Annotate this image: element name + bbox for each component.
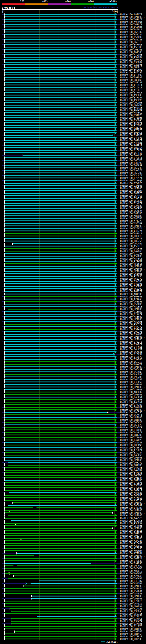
alignment-row[interactable]: UniRef100_Q2KKZ6 [0,615,146,618]
alignment-row[interactable]: UniRef100_Q4GXS3 [0,441,146,444]
alignment-row[interactable]: UniRef100_A8P8C1 [0,258,146,260]
hit-label[interactable]: UniRef100_B6YU62 [120,605,142,608]
alignment-row[interactable]: UniRef100_Q4PM11 [0,346,146,348]
hit-label[interactable]: UniRef100_B4NID2 [120,469,142,472]
alignment-row[interactable]: UniRef100_Q4GXS0 [0,454,146,456]
alignment-row[interactable]: UniRef100_C9ZJT0 [0,534,146,537]
alignment-row[interactable]: UniRef100_C5P187 [0,81,146,84]
alignment-row[interactable]: UniRef100_UPI000.. [0,270,146,272]
hit-label[interactable]: UniRef100_C1C290 [120,252,142,255]
hit-label[interactable]: UniRef100_Q4GXS0 [120,454,142,456]
alignment-row[interactable]: UniRef100_Q4GXS1 [0,396,146,398]
alignment-row[interactable]: UniRef100_Q8TV08 [0,628,146,630]
hit-label[interactable]: UniRef100_Q5JGJ4 [120,590,142,592]
hit-label[interactable]: UniRef100_Q69UI1 [120,23,142,26]
alignment-row[interactable]: UniRef100_C5E2U9 [0,222,146,225]
hit-label[interactable]: UniRef100_A8E6B2 [120,316,142,318]
hit-label[interactable]: UniRef100_B4JAL1 [120,489,142,492]
hit-label[interactable]: UniRef100_B8C0K5 [120,79,142,81]
hit-label[interactable]: UniRef100_C8Z4Y3 [120,237,142,240]
alignment-row[interactable]: UniRef100_Q09JP3 [0,330,146,333]
alignment-row[interactable]: UniRef100_Q750I1 [0,157,146,159]
hit-label[interactable]: UniRef100_Q01GC1 [120,139,142,142]
alignment-row[interactable]: UniRef100_B1L6T6 [0,625,146,628]
hit-label[interactable]: UniRef100_C5E027 [120,200,142,202]
hit-label[interactable]: UniRef100_A9UPS7 [120,522,142,524]
alignment-row[interactable]: UniRef100_Q6BL90 [0,300,146,303]
hit-label[interactable]: UniRef100_Q4GWZ3 [120,486,142,489]
alignment-row[interactable]: UniRef100_B2WCZ9 [0,202,146,205]
hit-label[interactable]: UniRef100_C0H779 [120,462,142,464]
alignment-row[interactable]: UniRef100_Q0CIM6 [0,102,146,104]
alignment-row[interactable]: UniRef100_B8MWP5 [0,122,146,124]
alignment-row[interactable]: UniRef100_A2QMQ6 [0,124,146,126]
hit-label[interactable]: UniRef100_A4RFG9 [120,112,142,114]
alignment-row[interactable]: UniRef100_Q69UI1 [0,23,146,26]
hit-label[interactable]: UniRef100_Q8TS56 [120,633,142,635]
alignment-row[interactable]: UniRef100_B7FMC8 [0,92,146,94]
hit-label[interactable]: UniRef100_Q8TV08 [120,628,142,630]
alignment-row[interactable]: UniRef100_UPI000.. [0,383,146,386]
hit-label[interactable]: UniRef100_C5GD45 [120,119,142,122]
hit-label[interactable]: UniRef100_UPI000.. [120,336,145,338]
alignment-row[interactable]: UniRef100_B0EC47 [0,504,146,507]
hit-label[interactable]: UniRef100_Q7SDH0 [120,116,142,119]
hit-label[interactable]: UniRef100_Q6EUZ1 [120,530,142,532]
alignment-row[interactable]: UniRef100_Q4YPP5 [0,439,146,441]
hit-label[interactable]: UniRef100_UPI000.. [120,16,145,18]
alignment-row[interactable]: UniRef100_A2IAA0 [0,298,146,300]
alignment-row[interactable]: UniRef100_A2D9L2 [0,544,146,547]
alignment-row[interactable]: UniRef100_A4RFG9 [0,112,146,114]
alignment-row[interactable]: UniRef100_UPI000.. [0,512,146,514]
alignment-row[interactable]: UniRef100_B3LGK6 [0,520,146,522]
hit-label[interactable]: UniRef100_Q6EUZ0 [120,424,142,426]
alignment-row[interactable]: UniRef100_B0YCP0 [0,154,146,157]
hit-label[interactable]: UniRef100_P78571 [120,177,142,179]
hit-label[interactable]: UniRef100_UPI000.. [120,338,145,340]
alignment-row[interactable]: UniRef100_Q9WVH0 [0,333,146,336]
hit-label[interactable]: UniRef100_C4QMW0 [120,474,142,476]
hit-label[interactable]: UniRef100_B6A9J9 [120,164,142,167]
alignment-row[interactable]: UniRef100_UPI000.. [0,268,146,270]
hit-label[interactable]: UniRef100_Q6ZL24 [120,210,142,212]
hit-label[interactable]: UniRef100_C1ECE1 [120,149,142,152]
hit-label[interactable]: UniRef100_B4FNG6 [120,44,142,46]
hit-label[interactable]: UniRef100_A9PE08 [120,94,142,96]
hit-label[interactable]: UniRef100_Q6F459 [120,368,142,371]
alignment-row[interactable]: UniRef100_B9FYS5 [0,565,146,567]
alignment-row[interactable]: UniRef100_Q2H5U6 [0,184,146,187]
alignment-row[interactable]: UniRef100_C3MWZ4 [0,620,146,622]
hit-label[interactable]: UniRef100_UPI000.. [120,502,145,504]
alignment-row[interactable]: UniRef100_A3LUZ2 [0,174,146,177]
hit-label[interactable]: UniRef100_B3L734 [120,452,142,454]
alignment-row[interactable]: UniRef100_A7TN64 [0,552,146,555]
hit-label[interactable]: UniRef100_Q8GZE3 [120,192,142,195]
hit-label[interactable]: UniRef100_UPI000.. [120,318,145,320]
alignment-row[interactable]: UniRef100_UPI000.. [0,595,146,598]
alignment-row[interactable]: UniRef100_Q4GXS2 [0,381,146,383]
alignment-row[interactable]: UniRef100_Q8ISP3 [0,212,146,215]
alignment-row[interactable]: UniRef100_B6GZQ9 [0,172,146,174]
hit-label[interactable]: UniRef100_A9BKM4 [120,550,142,552]
alignment-row[interactable]: UniRef100_C5FT17 [0,152,146,154]
alignment-row[interactable]: UniRef100_C4WSC8 [0,517,146,520]
alignment-row[interactable]: UniRef100_UPI000.. [0,502,146,504]
hit-label[interactable]: UniRef100_B9R9P3 [120,134,142,136]
alignment-row[interactable]: UniRef100_P62277 [0,290,146,293]
alignment-row[interactable]: UniRef100_Q5UAN0 [0,371,146,373]
hit-label[interactable]: UniRef100_Q2KKZ6 [120,615,142,618]
alignment-row[interactable]: UniRef100_Q5JGJ4 [0,590,146,592]
hit-label[interactable]: UniRef100_UPI000.. [120,595,145,598]
hit-label[interactable]: UniRef100_C0SF24 [120,557,142,560]
alignment-row[interactable]: UniRef100_A9PE08 [0,94,146,96]
alignment-row[interactable]: UniRef100_A8HG26 [0,492,146,494]
hit-label[interactable]: UniRef100_Q6L4B2 [120,242,142,245]
hit-label[interactable]: UniRef100_C1BG76 [120,356,142,358]
alignment-row[interactable]: UniRef100_Q6C242 [0,167,146,169]
hit-label[interactable]: UniRef100_Q0PXW6 [120,444,142,446]
alignment-row[interactable]: UniRef100_A1RXJ1 [0,608,146,610]
hit-label[interactable]: UniRef100_Q4CWD6 [120,567,142,570]
hit-label[interactable]: UniRef100_A2IAA0 [120,298,142,300]
alignment-row[interactable]: UniRef100_C1BXJ4 [0,353,146,356]
hit-label[interactable]: UniRef100_A7AWK1 [120,260,142,262]
